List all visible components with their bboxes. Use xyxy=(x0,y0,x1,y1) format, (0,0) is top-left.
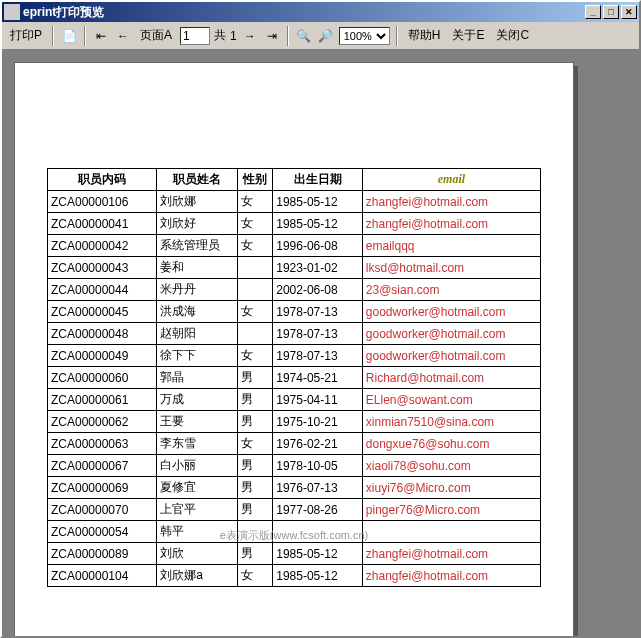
cell-id: ZCA00000054 xyxy=(48,521,157,543)
cell-gender: 女 xyxy=(237,213,273,235)
cell-birth: 1985-05-12 xyxy=(273,213,363,235)
page-1: 职员内码 职员姓名 性别 出生日期 email ZCA00000106刘欣娜女1… xyxy=(14,62,574,636)
cell-id: ZCA00000042 xyxy=(48,235,157,257)
cell-email: ELlen@sowant.com xyxy=(362,389,540,411)
table-row: ZCA00000049徐下下女1978-07-13goodworker@hotm… xyxy=(48,345,541,367)
help-button[interactable]: 帮助H xyxy=(404,25,445,46)
zoom-out-icon[interactable]: 🔎 xyxy=(317,27,335,45)
header-gender: 性别 xyxy=(237,169,273,191)
cell-email: zhangfei@hotmail.com xyxy=(362,565,540,587)
cell-gender: 男 xyxy=(237,477,273,499)
cell-name: 王要 xyxy=(157,411,237,433)
table-row: ZCA00000048赵朝阳1978-07-13goodworker@hotma… xyxy=(48,323,541,345)
print-button[interactable]: 打印P xyxy=(6,25,46,46)
cell-birth: 1978-07-13 xyxy=(273,301,363,323)
cell-id: ZCA00000045 xyxy=(48,301,157,323)
cell-gender: 女 xyxy=(237,191,273,213)
cell-email: zhangfei@hotmail.com xyxy=(362,543,540,565)
cell-name: 刘欣 xyxy=(157,543,237,565)
table-row: ZCA00000042系统管理员女1996-06-08emailqqq xyxy=(48,235,541,257)
cell-gender: 男 xyxy=(237,411,273,433)
cell-name: 刘欣娜 xyxy=(157,191,237,213)
app-icon xyxy=(4,4,20,20)
cell-name: 白小丽 xyxy=(157,455,237,477)
cell-email: goodworker@hotmail.com xyxy=(362,301,540,323)
cell-email: lksd@hotmail.com xyxy=(362,257,540,279)
cell-birth: 1977-08-26 xyxy=(273,499,363,521)
preview-area[interactable]: 职员内码 职员姓名 性别 出生日期 email ZCA00000106刘欣娜女1… xyxy=(2,50,639,636)
maximize-button[interactable]: □ xyxy=(603,5,619,19)
cell-email: xiuyi76@Micro.com xyxy=(362,477,540,499)
cell-email: emailqqq xyxy=(362,235,540,257)
cell-name: 李东雪 xyxy=(157,433,237,455)
header-name: 职员姓名 xyxy=(157,169,237,191)
data-table: 职员内码 职员姓名 性别 出生日期 email ZCA00000106刘欣娜女1… xyxy=(47,168,541,587)
total-label: 共 xyxy=(214,27,226,44)
prev-page-icon[interactable]: ← xyxy=(114,27,132,45)
cell-email: pinger76@Micro.com xyxy=(362,499,540,521)
table-row: ZCA00000061万成男1975-04-11ELlen@sowant.com xyxy=(48,389,541,411)
cell-birth: 1978-07-13 xyxy=(273,323,363,345)
cell-id: ZCA00000070 xyxy=(48,499,157,521)
window-title: eprint打印预览 xyxy=(23,4,585,21)
first-page-icon[interactable]: ⇤ xyxy=(92,27,110,45)
separator xyxy=(52,26,54,46)
cell-id: ZCA00000063 xyxy=(48,433,157,455)
table-row: ZCA00000106刘欣娜女1985-05-12zhangfei@hotmai… xyxy=(48,191,541,213)
about-button[interactable]: 关于E xyxy=(448,25,488,46)
header-birth: 出生日期 xyxy=(273,169,363,191)
cell-gender: 女 xyxy=(237,565,273,587)
cell-name: 郭晶 xyxy=(157,367,237,389)
zoom-in-icon[interactable]: 🔍 xyxy=(295,27,313,45)
cell-id: ZCA00000041 xyxy=(48,213,157,235)
cell-birth: 1976-02-21 xyxy=(273,433,363,455)
cell-gender xyxy=(237,323,273,345)
cell-birth: 1985-05-12 xyxy=(273,191,363,213)
cell-birth: 1975-10-21 xyxy=(273,411,363,433)
cell-gender: 女 xyxy=(237,345,273,367)
next-page-icon[interactable]: → xyxy=(241,27,259,45)
toolbar: 打印P 📄 ⇤ ← 页面A 共 1 → ⇥ 🔍 🔎 100% 帮助H 关于E 关… xyxy=(2,22,639,50)
cell-id: ZCA00000048 xyxy=(48,323,157,345)
cell-gender xyxy=(237,279,273,301)
cell-id: ZCA00000062 xyxy=(48,411,157,433)
table-header-row: 职员内码 职员姓名 性别 出生日期 email xyxy=(48,169,541,191)
cell-gender: 女 xyxy=(237,235,273,257)
watermark: e表演示版(www.fcsoft.com.cn) xyxy=(220,528,369,543)
cell-name: 刘欣娜a xyxy=(157,565,237,587)
table-row: ZCA00000069夏修宜男1976-07-13xiuyi76@Micro.c… xyxy=(48,477,541,499)
titlebar[interactable]: eprint打印预览 _ □ ✕ xyxy=(2,2,639,22)
table-row: ZCA00000070上官平男1977-08-26pinger76@Micro.… xyxy=(48,499,541,521)
cell-name: 夏修宜 xyxy=(157,477,237,499)
cell-gender: 男 xyxy=(237,389,273,411)
close-button[interactable]: ✕ xyxy=(621,5,637,19)
cell-name: 刘欣好 xyxy=(157,213,237,235)
table-row: ZCA00000089刘欣男1985-05-12zhangfei@hotmail… xyxy=(48,543,541,565)
table-row: ZCA00000060郭晶男1974-05-21Richard@hotmail.… xyxy=(48,367,541,389)
page-input[interactable] xyxy=(180,27,210,45)
zoom-select[interactable]: 100% xyxy=(339,27,390,45)
cell-id: ZCA00000060 xyxy=(48,367,157,389)
table-row: ZCA00000062王要男1975-10-21xinmian7510@sina… xyxy=(48,411,541,433)
cell-birth: 1923-01-02 xyxy=(273,257,363,279)
cell-name: 洪成海 xyxy=(157,301,237,323)
cell-id: ZCA00000089 xyxy=(48,543,157,565)
export-icon[interactable]: 📄 xyxy=(60,27,78,45)
separator xyxy=(84,26,86,46)
cell-email: dongxue76@sohu.com xyxy=(362,433,540,455)
table-row: ZCA00000043姜和1923-01-02lksd@hotmail.com xyxy=(48,257,541,279)
last-page-icon[interactable]: ⇥ xyxy=(263,27,281,45)
cell-birth: 1978-10-05 xyxy=(273,455,363,477)
cell-gender: 男 xyxy=(237,543,273,565)
table-row: ZCA00000041刘欣好女1985-05-12zhangfei@hotmai… xyxy=(48,213,541,235)
cell-email: xiaoli78@sohu.com xyxy=(362,455,540,477)
cell-birth: 1976-07-13 xyxy=(273,477,363,499)
close-menu-button[interactable]: 关闭C xyxy=(492,25,533,46)
cell-email: xinmian7510@sina.com xyxy=(362,411,540,433)
minimize-button[interactable]: _ xyxy=(585,5,601,19)
header-email: email xyxy=(362,169,540,191)
cell-id: ZCA00000061 xyxy=(48,389,157,411)
cell-birth: 1985-05-12 xyxy=(273,565,363,587)
cell-name: 姜和 xyxy=(157,257,237,279)
page-label: 页面A xyxy=(136,25,176,46)
